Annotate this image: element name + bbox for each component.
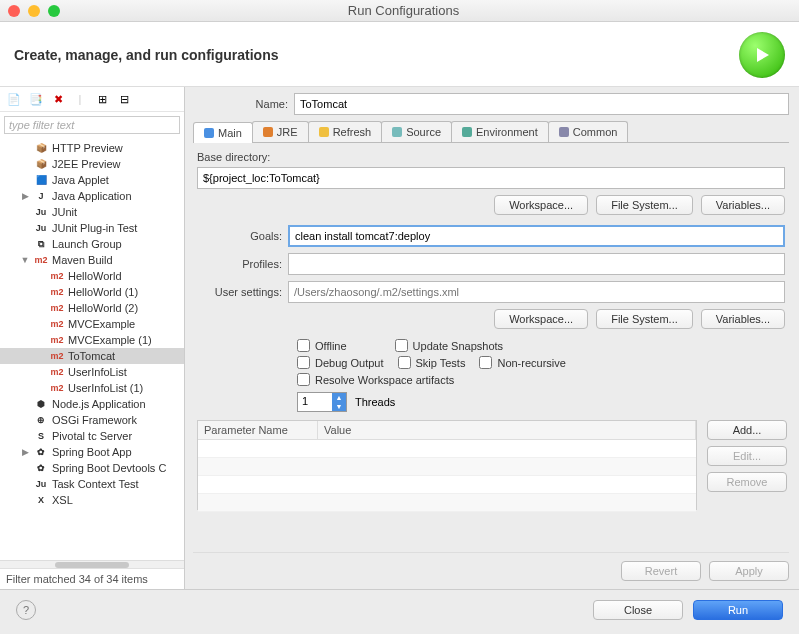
- tab-refresh[interactable]: Refresh: [308, 121, 383, 142]
- tree-item-osgi-framework[interactable]: ⊕OSGi Framework: [0, 412, 184, 428]
- filesystem-button-2[interactable]: File System...: [596, 309, 693, 329]
- tree-item-spring-boot-app[interactable]: ▶✿Spring Boot App: [0, 444, 184, 460]
- tab-common[interactable]: Common: [548, 121, 629, 142]
- header-subtitle: Create, manage, and run configurations: [14, 47, 279, 63]
- dialog-header: Create, manage, and run configurations: [0, 22, 799, 87]
- filter-input[interactable]: type filter text: [4, 116, 180, 134]
- tree-item-pivotal-tc-server[interactable]: SPivotal tc Server: [0, 428, 184, 444]
- usersettings-label: User settings:: [197, 286, 282, 298]
- goals-label: Goals:: [197, 230, 282, 242]
- tree-item-helloworld-2-[interactable]: m2HelloWorld (2): [0, 300, 184, 316]
- name-input[interactable]: [294, 93, 789, 115]
- apply-button[interactable]: Apply: [709, 561, 789, 581]
- help-icon[interactable]: ?: [16, 600, 36, 620]
- close-button[interactable]: Close: [593, 600, 683, 620]
- svg-marker-0: [757, 48, 769, 62]
- run-icon: [739, 32, 785, 78]
- separator: |: [72, 91, 88, 107]
- tree-item-mvcexample[interactable]: m2MVCExample: [0, 316, 184, 332]
- tree-item-userinfolist[interactable]: m2UserInfoList: [0, 364, 184, 380]
- minimize-traffic-light[interactable]: [28, 5, 40, 17]
- tree-item-java-application[interactable]: ▶JJava Application: [0, 188, 184, 204]
- tree-item-totomcat[interactable]: m2ToTomcat: [0, 348, 184, 364]
- close-traffic-light[interactable]: [8, 5, 20, 17]
- config-tabs: Main JRE Refresh Source Environment Comm…: [193, 121, 789, 143]
- macos-titlebar: Run Configurations: [0, 0, 799, 22]
- add-button[interactable]: Add...: [707, 420, 787, 440]
- col-value: Value: [318, 421, 696, 439]
- nonrecursive-checkbox[interactable]: Non-recursive: [479, 356, 565, 369]
- col-param-name: Parameter Name: [198, 421, 318, 439]
- tree-item-http-preview[interactable]: 📦HTTP Preview: [0, 140, 184, 156]
- tree-item-maven-build[interactable]: ▼m2Maven Build: [0, 252, 184, 268]
- edit-button[interactable]: Edit...: [707, 446, 787, 466]
- workspace-button-2[interactable]: Workspace...: [494, 309, 588, 329]
- parameters-table[interactable]: Parameter Name Value: [197, 420, 697, 510]
- resolve-checkbox[interactable]: Resolve Workspace artifacts: [297, 373, 454, 386]
- tree-item-userinfolist-1-[interactable]: m2UserInfoList (1): [0, 380, 184, 396]
- tab-main[interactable]: Main: [193, 122, 253, 143]
- tree-item-mvcexample-1-[interactable]: m2MVCExample (1): [0, 332, 184, 348]
- filter-status: Filter matched 34 of 34 items: [0, 568, 184, 589]
- tree-item-java-applet[interactable]: 🟦Java Applet: [0, 172, 184, 188]
- delete-icon[interactable]: ✖: [50, 91, 66, 107]
- profiles-input[interactable]: [288, 253, 785, 275]
- tree-item-xsl[interactable]: XXSL: [0, 492, 184, 508]
- duplicate-icon[interactable]: 📑: [28, 91, 44, 107]
- zoom-traffic-light[interactable]: [48, 5, 60, 17]
- right-pane: Name: Main JRE Refresh Source Environmen…: [185, 87, 799, 589]
- variables-button-2[interactable]: Variables...: [701, 309, 785, 329]
- tree-item-j2ee-preview[interactable]: 📦J2EE Preview: [0, 156, 184, 172]
- revert-button[interactable]: Revert: [621, 561, 701, 581]
- threads-label: Threads: [355, 396, 395, 408]
- debug-checkbox[interactable]: Debug Output: [297, 356, 384, 369]
- workspace-button[interactable]: Workspace...: [494, 195, 588, 215]
- update-checkbox[interactable]: Update Snapshots: [395, 339, 504, 352]
- tree-item-helloworld-1-[interactable]: m2HelloWorld (1): [0, 284, 184, 300]
- remove-button[interactable]: Remove: [707, 472, 787, 492]
- tree-item-task-context-test[interactable]: JuTask Context Test: [0, 476, 184, 492]
- basedir-label: Base directory:: [197, 151, 785, 163]
- tab-jre[interactable]: JRE: [252, 121, 309, 142]
- usersettings-input[interactable]: [288, 281, 785, 303]
- expand-icon[interactable]: ⊞: [94, 91, 110, 107]
- profiles-label: Profiles:: [197, 258, 282, 270]
- tree-item-junit-plug-in-test[interactable]: JuJUnit Plug-in Test: [0, 220, 184, 236]
- config-tree[interactable]: 📦HTTP Preview📦J2EE Preview🟦Java Applet▶J…: [0, 138, 184, 560]
- collapse-icon[interactable]: ⊟: [116, 91, 132, 107]
- basedir-input[interactable]: [197, 167, 785, 189]
- left-pane: 📄 📑 ✖ | ⊞ ⊟ type filter text 📦HTTP Previ…: [0, 87, 185, 589]
- name-label: Name:: [193, 98, 288, 110]
- new-config-icon[interactable]: 📄: [6, 91, 22, 107]
- tree-item-junit[interactable]: JuJUnit: [0, 204, 184, 220]
- tab-environment[interactable]: Environment: [451, 121, 549, 142]
- tab-source[interactable]: Source: [381, 121, 452, 142]
- window-title: Run Configurations: [68, 3, 739, 18]
- filesystem-button[interactable]: File System...: [596, 195, 693, 215]
- goals-input[interactable]: [288, 225, 785, 247]
- tree-item-launch-group[interactable]: ⧉Launch Group: [0, 236, 184, 252]
- dialog-footer: ? Close Run: [0, 589, 799, 630]
- run-button[interactable]: Run: [693, 600, 783, 620]
- skip-checkbox[interactable]: Skip Tests: [398, 356, 466, 369]
- left-toolbar: 📄 📑 ✖ | ⊞ ⊟: [0, 87, 184, 112]
- tree-item-node-js-application[interactable]: ⬢Node.js Application: [0, 396, 184, 412]
- horizontal-scrollbar[interactable]: [0, 560, 184, 568]
- offline-checkbox[interactable]: Offline: [297, 339, 347, 352]
- variables-button[interactable]: Variables...: [701, 195, 785, 215]
- tree-item-spring-boot-devtools-c[interactable]: ✿Spring Boot Devtools C: [0, 460, 184, 476]
- tree-item-helloworld[interactable]: m2HelloWorld: [0, 268, 184, 284]
- threads-spinner[interactable]: 1 ▲▼: [297, 392, 347, 412]
